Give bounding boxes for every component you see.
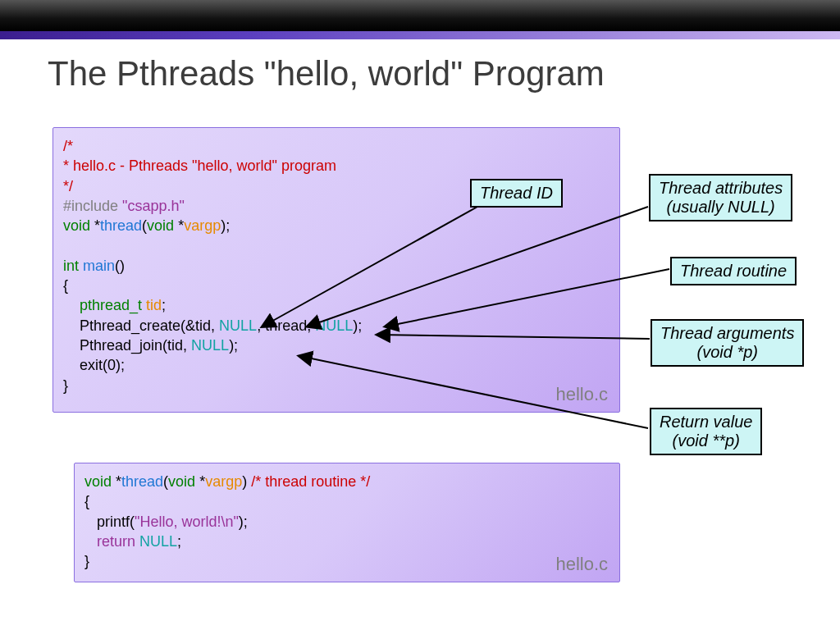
code-line: void *thread(void *vargp) /* thread rout… <box>84 472 609 491</box>
code-line: int main() <box>63 256 609 276</box>
code-line: pthread_t tid; <box>63 295 609 315</box>
code-line: /* <box>63 136 609 156</box>
accent-strip <box>0 31 840 39</box>
code-line: Pthread_join(tid, NULL); <box>63 336 609 355</box>
code-blank <box>63 235 609 255</box>
top-bar <box>0 0 840 31</box>
file-label: hello.c <box>555 552 608 577</box>
callout-thread-routine: Thread routine <box>670 257 797 285</box>
callout-return-value: Return value(void **p) <box>650 408 762 455</box>
callout-thread-args: Thread arguments(void *p) <box>651 319 804 367</box>
file-label: hello.c <box>555 382 608 407</box>
code-box-main: /* * hello.c - Pthreads "hello, world" p… <box>52 127 620 413</box>
code-line: * hello.c - Pthreads "hello, world" prog… <box>63 156 609 176</box>
code-line: Pthread_create(&tid, NULL, thread, NULL)… <box>63 316 609 336</box>
code-line: void *thread(void *vargp); <box>63 216 609 235</box>
code-line: } <box>84 551 609 571</box>
code-line: { <box>63 276 609 295</box>
slide-title: The Pthreads "hello, world" Program <box>48 54 840 94</box>
code-line: { <box>84 491 609 511</box>
code-box-thread: void *thread(void *vargp) /* thread rout… <box>74 463 620 582</box>
code-line: exit(0); <box>63 355 609 375</box>
callout-thread-id: Thread ID <box>470 179 563 208</box>
code-line: printf("Hello, world!\n"); <box>84 512 609 532</box>
callout-thread-attrs: Thread attributes(usually NULL) <box>649 174 792 221</box>
code-line: } <box>63 376 609 395</box>
code-line: return NULL; <box>84 532 609 551</box>
